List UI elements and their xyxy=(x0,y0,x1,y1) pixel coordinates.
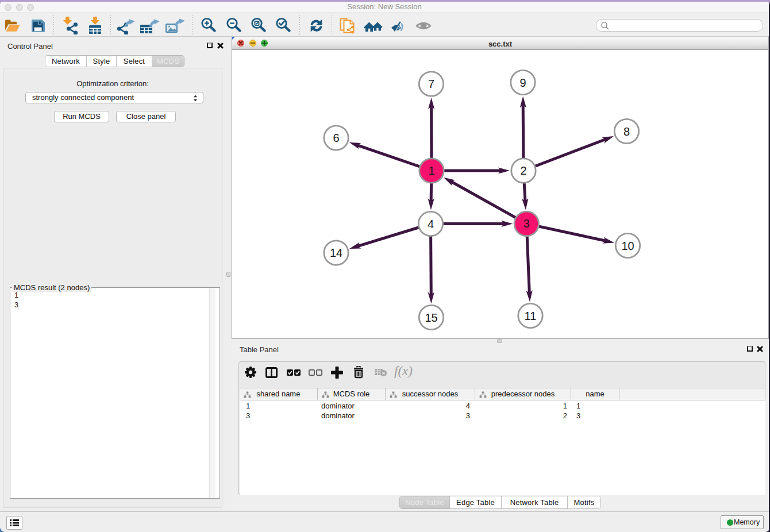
svg-text:9: 9 xyxy=(519,76,526,89)
svg-text:3: 3 xyxy=(523,217,530,230)
svg-text:15: 15 xyxy=(425,311,437,324)
svg-text:11: 11 xyxy=(525,310,537,322)
svg-text:4: 4 xyxy=(428,218,434,230)
svg-text:8: 8 xyxy=(623,125,630,138)
svg-text:1: 1 xyxy=(428,164,434,177)
svg-text:2: 2 xyxy=(520,164,526,177)
svg-text:6: 6 xyxy=(333,132,339,144)
svg-text:10: 10 xyxy=(621,240,634,252)
svg-text:14: 14 xyxy=(330,246,342,259)
svg-text:7: 7 xyxy=(428,78,434,90)
